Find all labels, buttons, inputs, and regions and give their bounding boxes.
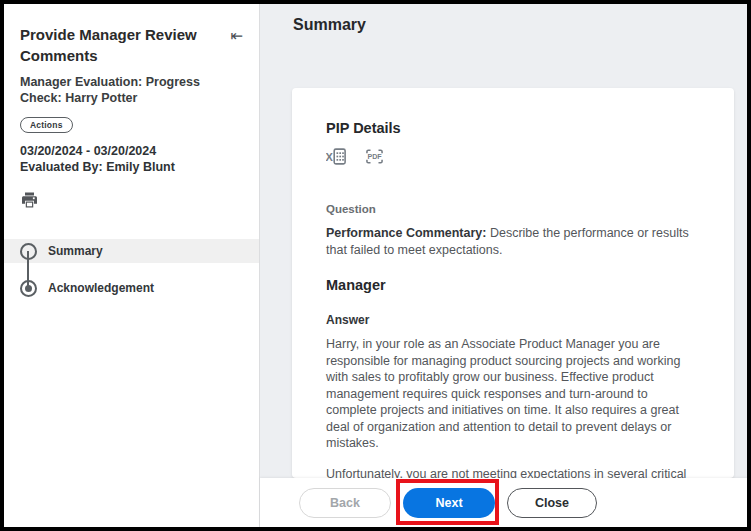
card-title: PIP Details (326, 120, 694, 136)
print-button[interactable] (20, 191, 40, 213)
answer-paragraph: Unfortunately, you are not meeting expec… (326, 466, 694, 479)
review-date-range: 03/20/2024 - 03/20/2024 (20, 144, 245, 159)
task-window: Provide Manager Review Comments ⇤ Manage… (0, 0, 751, 531)
step-acknowledgement[interactable]: Acknowledgement (4, 276, 259, 300)
task-title: Provide Manager Review Comments (20, 4, 216, 66)
progress-steps: Summary Acknowledgement (4, 239, 259, 300)
step-label: Summary (48, 244, 103, 258)
export-excel-icon[interactable]: X (326, 146, 347, 167)
export-pdf-icon[interactable]: PDF (364, 146, 385, 167)
step-summary[interactable]: Summary (4, 239, 259, 263)
question-label: Question (326, 203, 694, 215)
main-content: Summary PIP Details X (260, 4, 747, 527)
collapse-panel-icon[interactable]: ⇤ (230, 28, 243, 43)
answer-label: Answer (326, 313, 694, 327)
evaluated-by: Evaluated By: Emily Blunt (20, 160, 245, 175)
pip-details-card: PIP Details X (292, 88, 734, 478)
back-button[interactable]: Back (299, 488, 391, 518)
question-name: Performance Commentary: (326, 226, 486, 240)
task-sidebar: Provide Manager Review Comments ⇤ Manage… (4, 4, 260, 527)
actions-button[interactable]: Actions (20, 117, 73, 133)
step-label: Acknowledgement (48, 281, 154, 295)
page-title: Summary (260, 4, 747, 34)
next-button[interactable]: Next (403, 488, 495, 518)
step-connector-line (27, 251, 29, 289)
task-subtitle: Manager Evaluation: Progress Check: Harr… (20, 75, 245, 106)
answer-paragraph: Harry, in your role as an Associate Prod… (326, 336, 694, 452)
svg-text:PDF: PDF (367, 153, 382, 161)
close-button[interactable]: Close (507, 488, 597, 518)
manager-section-heading: Manager (326, 277, 694, 293)
footer-bar: Back Next Close (260, 478, 747, 527)
question-text: Performance Commentary: Describe the per… (326, 225, 694, 259)
printer-icon (20, 195, 39, 212)
svg-text:X: X (326, 151, 333, 163)
